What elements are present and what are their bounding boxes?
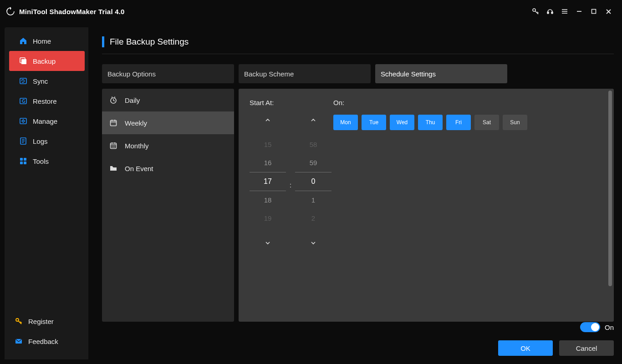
page-title: File Backup Settings: [110, 37, 189, 47]
day-label: Thu: [426, 119, 435, 126]
day-tue[interactable]: Tue: [362, 115, 386, 130]
sidebar-item-label: Sync: [33, 77, 48, 85]
sidebar-item-home[interactable]: Home: [9, 31, 85, 51]
headset-icon[interactable]: [543, 4, 557, 19]
time-separator: :: [286, 115, 295, 189]
minute-value[interactable]: 59: [295, 154, 331, 172]
svg-rect-17: [20, 118, 26, 124]
home-icon: [18, 37, 28, 45]
chevron-up-icon[interactable]: [295, 115, 331, 126]
sidebar-item-sync[interactable]: Sync: [9, 71, 85, 91]
sidebar-item-logs[interactable]: Logs: [9, 131, 85, 151]
cancel-label: Cancel: [576, 344, 597, 352]
svg-rect-2: [547, 12, 549, 14]
tab-schedule-settings[interactable]: Schedule Settings: [375, 64, 507, 83]
mode-on-event[interactable]: On Event: [102, 157, 234, 180]
day-sun[interactable]: Sun: [503, 115, 527, 130]
menu-icon[interactable]: [557, 4, 572, 19]
mode-label: Monthly: [125, 142, 149, 150]
chevron-down-icon[interactable]: [295, 238, 331, 248]
sidebar-item-backup[interactable]: Backup: [9, 51, 85, 71]
minute-column[interactable]: 58 59 0 1 2: [295, 115, 331, 248]
day-label: Tue: [369, 119, 378, 126]
sidebar-item-label: Manage: [33, 117, 57, 125]
window-controls: [528, 4, 616, 19]
app-title: MiniTool ShadowMaker Trial 4.0: [19, 8, 125, 15]
ok-button[interactable]: OK: [498, 340, 553, 356]
logs-icon: [18, 137, 28, 145]
tab-label: Schedule Settings: [381, 70, 436, 78]
key-icon: [14, 317, 24, 325]
tab-label: Backup Options: [107, 70, 156, 78]
close-button[interactable]: [601, 4, 616, 19]
time-picker: 15 16 17 18 19: [250, 115, 331, 248]
svg-rect-30: [24, 162, 26, 164]
svg-point-47: [112, 147, 112, 148]
day-sat[interactable]: Sat: [474, 115, 499, 130]
schedule-settings-panel: Start At: 15 16 17: [239, 89, 614, 322]
minimize-button[interactable]: [572, 4, 586, 19]
sidebar: Home Backup Sync Restore: [5, 27, 88, 359]
sidebar-item-restore[interactable]: Restore: [9, 91, 85, 111]
sidebar-register[interactable]: Register: [5, 311, 88, 331]
day-label: Sun: [510, 119, 520, 126]
minute-value[interactable]: 2: [295, 209, 331, 228]
svg-point-48: [113, 147, 114, 148]
scrollbar[interactable]: [608, 91, 612, 286]
day-label: Sat: [483, 119, 491, 126]
restore-icon: [18, 97, 28, 105]
sidebar-item-label: Logs: [33, 137, 48, 145]
svg-rect-38: [111, 121, 117, 126]
day-wed[interactable]: Wed: [390, 115, 414, 130]
day-fri[interactable]: Fri: [446, 115, 471, 130]
day-thu[interactable]: Thu: [418, 115, 443, 130]
sidebar-item-label: Backup: [33, 57, 56, 65]
tab-backup-options[interactable]: Backup Options: [102, 64, 234, 83]
key-icon[interactable]: [528, 4, 543, 19]
main-panel: File Backup Settings Backup Options Back…: [88, 27, 622, 359]
page-title-row: File Backup Settings: [102, 36, 614, 54]
svg-point-49: [114, 147, 115, 148]
svg-line-37: [114, 97, 115, 97]
svg-line-36: [112, 97, 112, 97]
day-mon[interactable]: Mon: [333, 115, 358, 130]
hour-value[interactable]: 16: [250, 154, 286, 172]
titlebar: MiniTool ShadowMaker Trial 4.0: [0, 0, 622, 23]
hour-column[interactable]: 15 16 17 18 19: [250, 115, 286, 248]
mode-monthly[interactable]: Monthly: [102, 134, 234, 157]
minute-value[interactable]: 1: [295, 191, 331, 209]
svg-rect-27: [20, 158, 23, 161]
sidebar-feedback[interactable]: Feedback: [5, 331, 88, 351]
tabs-row: Backup Options Backup Scheme Schedule Se…: [102, 64, 614, 83]
mode-daily[interactable]: Daily: [102, 89, 234, 111]
hour-selected[interactable]: 17: [250, 172, 286, 191]
svg-rect-8: [592, 10, 596, 14]
mail-icon: [14, 337, 24, 345]
cancel-button[interactable]: Cancel: [559, 340, 614, 356]
hour-value[interactable]: 15: [250, 136, 286, 154]
svg-rect-12: [21, 59, 26, 64]
svg-rect-15: [20, 98, 26, 104]
hour-value[interactable]: 18: [250, 191, 286, 209]
svg-point-44: [112, 146, 112, 147]
tab-backup-scheme[interactable]: Backup Scheme: [239, 64, 371, 83]
register-label: Register: [28, 318, 54, 325]
sidebar-item-label: Home: [33, 37, 51, 45]
sidebar-item-manage[interactable]: Manage: [9, 111, 85, 131]
hour-value[interactable]: 19: [250, 209, 286, 228]
tab-label: Backup Scheme: [244, 70, 294, 78]
chevron-down-icon[interactable]: [250, 238, 286, 248]
minute-selected[interactable]: 0: [295, 172, 331, 191]
schedule-toggle[interactable]: [580, 322, 600, 332]
mode-weekly[interactable]: Weekly: [102, 111, 234, 134]
minute-value[interactable]: 58: [295, 136, 331, 154]
svg-point-18: [22, 120, 24, 122]
maximize-button[interactable]: [586, 4, 601, 19]
schedule-modes-panel: Daily Weekly Monthly: [102, 89, 234, 322]
svg-rect-3: [551, 12, 553, 14]
sidebar-item-tools[interactable]: Tools: [9, 151, 85, 171]
chevron-up-icon[interactable]: [250, 115, 286, 126]
clock-icon: [108, 96, 118, 104]
accent-bar: [102, 36, 104, 47]
mode-label: On Event: [125, 165, 153, 172]
